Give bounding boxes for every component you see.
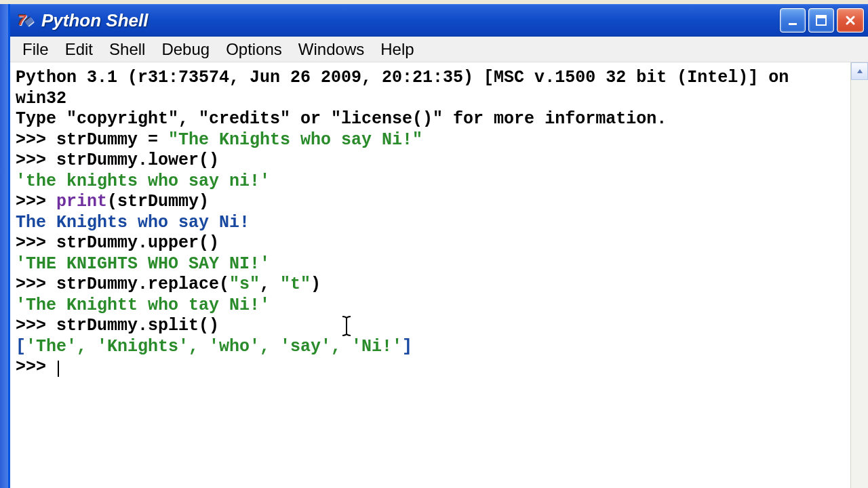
code-text: ) [311, 274, 321, 294]
input-line: >>> [16, 357, 845, 378]
input-line: >>> strDummy = "The Knights who say Ni!" [16, 130, 845, 151]
input-line: >>> strDummy.lower() [16, 150, 845, 171]
code-text: strDummy.upper() [56, 233, 219, 253]
titlebar[interactable]: 7◆ Python Shell [10, 4, 868, 37]
prompt: >>> [16, 192, 56, 211]
code-text: strDummy.replace( [56, 274, 229, 294]
minimize-button[interactable] [780, 8, 806, 33]
banner-line: Python 3.1 (r31:73574, Jun 26 2009, 20:2… [16, 68, 845, 109]
python-shell-window: 7◆ Python Shell File Edit Shell Debug Op… [8, 4, 868, 488]
string-literal: "t" [280, 274, 311, 294]
code-text: strDummy.split() [56, 316, 219, 336]
list-items: 'The', 'Knights', 'who', 'say', 'Ni!' [26, 337, 402, 357]
string-literal: "s" [229, 274, 260, 294]
input-line: >>> strDummy.split() [16, 316, 845, 337]
menu-help[interactable]: Help [374, 37, 420, 62]
window-title: Python Shell [41, 10, 780, 31]
menu-options[interactable]: Options [219, 37, 289, 62]
output-line: 'The Knightt who tay Ni!' [16, 296, 845, 317]
svg-rect-0 [789, 23, 797, 25]
svg-rect-2 [816, 16, 826, 18]
output-line: 'THE KNIGHTS WHO SAY NI!' [16, 254, 845, 275]
input-line: >>> print(strDummy) [16, 192, 845, 213]
prompt: >>> [16, 357, 56, 377]
shell-output[interactable]: Python 3.1 (r31:73574, Jun 26 2009, 20:2… [10, 62, 850, 488]
scroll-up-button[interactable] [851, 62, 868, 80]
input-line: >>> strDummy.upper() [16, 233, 845, 254]
maximize-button[interactable] [808, 8, 834, 33]
scroll-track[interactable] [851, 80, 868, 488]
menu-windows[interactable]: Windows [292, 37, 371, 62]
menu-file[interactable]: File [16, 37, 56, 62]
close-button[interactable] [837, 8, 864, 33]
menubar: File Edit Shell Debug Options Windows He… [10, 37, 868, 62]
banner-line: Type "copyright", "credits" or "license(… [16, 109, 845, 130]
menu-shell[interactable]: Shell [102, 37, 152, 62]
prompt: >>> [16, 316, 56, 336]
output-line: The Knights who say Ni! [16, 213, 845, 234]
window-left-border [0, 4, 8, 488]
menu-debug[interactable]: Debug [155, 37, 216, 62]
scrollbar-vertical[interactable] [850, 62, 868, 488]
prompt: >>> [16, 150, 56, 170]
text-cursor [58, 361, 59, 377]
list-bracket: [ [16, 337, 26, 357]
builtin-func: print [56, 192, 107, 211]
output-line: ['The', 'Knights', 'who', 'say', 'Ni!'] [16, 337, 845, 358]
code-text: strDummy.lower() [56, 150, 219, 170]
input-line: >>> strDummy.replace("s", "t") [16, 274, 845, 296]
window-controls [780, 8, 864, 33]
menu-edit[interactable]: Edit [58, 37, 100, 62]
list-bracket: ] [402, 337, 412, 357]
code-text: , [260, 274, 280, 294]
content-area: Python 3.1 (r31:73574, Jun 26 2009, 20:2… [10, 62, 868, 488]
code-text: strDummy = [56, 130, 168, 150]
output-line: 'the knights who say ni!' [16, 171, 845, 192]
string-literal: "The Knights who say Ni!" [168, 130, 422, 150]
prompt: >>> [16, 233, 56, 253]
code-text: (strDummy) [107, 192, 209, 211]
python-icon: 7◆ [16, 11, 35, 30]
prompt: >>> [16, 130, 56, 150]
prompt: >>> [16, 274, 56, 294]
